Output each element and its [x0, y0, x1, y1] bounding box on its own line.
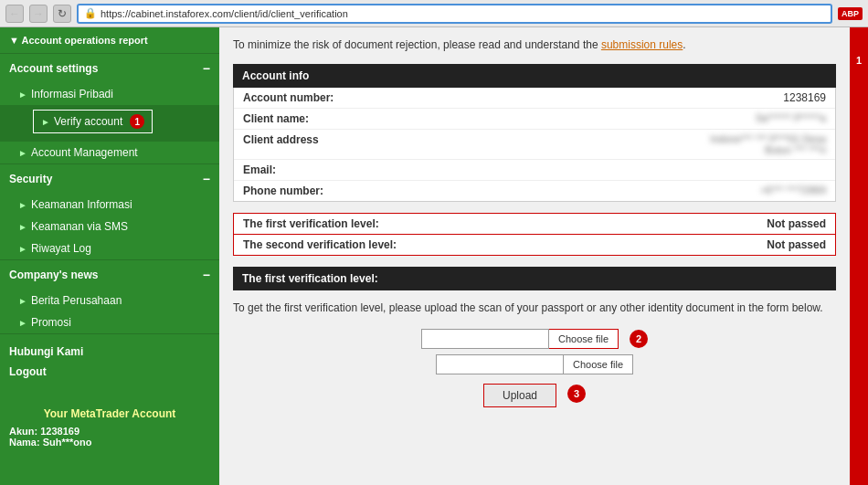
berita-label: Berita Perusahaan: [31, 294, 122, 307]
second-verification-label: The second verification level:: [243, 238, 397, 251]
content-area: To minimize the risk of document rejecti…: [219, 27, 850, 485]
first-verification-value: Not passed: [767, 217, 826, 230]
sidebar-item-informasi-pribadi[interactable]: ► Informasi Pribadi: [0, 83, 219, 105]
back-button[interactable]: ←: [5, 5, 24, 23]
first-choose-file-button[interactable]: Choose file: [549, 329, 619, 349]
meta-trader-section: Your MetaTrader Account Akun: 1238169 Na…: [0, 398, 219, 457]
choose-file-badge: 2: [630, 330, 648, 348]
right-edge-panel: 1: [850, 27, 868, 485]
verification-status-box: The first verification level: Not passed…: [233, 213, 836, 256]
logout-label: Logout: [9, 365, 47, 378]
first-file-input-row: Choose file: [421, 329, 619, 349]
phone-label: Phone number:: [243, 185, 323, 197]
sidebar-header-account-settings[interactable]: Account settings −: [0, 54, 219, 83]
info-row-client-address: Client address Indone*** *** P***01 Desa…: [234, 130, 835, 160]
first-verification-row: The first verification level: Not passed: [234, 214, 835, 235]
sidebar-header-companys-news[interactable]: Company's news −: [0, 260, 219, 290]
sidebar-section-security: Security − ► Keamanan Informasi ► Keaman…: [0, 164, 219, 260]
upload-badge: 3: [567, 385, 586, 403]
collapse-icon-news: −: [203, 268, 210, 282]
upload-button-row: Upload 3: [483, 380, 586, 407]
arrow-icon-promosi: ►: [18, 318, 27, 328]
account-settings-label: Account settings: [9, 62, 98, 75]
account-info-header: Account info: [233, 64, 836, 88]
first-level-title: The first verification level:: [242, 272, 378, 285]
sidebar-item-promosi[interactable]: ► Promosi: [0, 311, 219, 333]
sidebar-item-riwayat-log[interactable]: ► Riwayat Log: [0, 237, 219, 259]
account-management-label: Account Management: [31, 146, 138, 159]
arrow-icon: ►: [18, 90, 27, 100]
upload-button[interactable]: Upload: [483, 384, 556, 407]
info-row-phone: Phone number: +6*** ***72869: [234, 181, 835, 201]
account-info-table: Account number: 1238169 Client name: Sa*…: [233, 88, 836, 202]
info-row-account-number: Account number: 1238169: [234, 88, 835, 109]
informasi-pribadi-label: Informasi Pribadi: [31, 88, 113, 100]
second-file-input-row: Choose file: [436, 354, 633, 374]
sidebar-item-keamanan-informasi[interactable]: ► Keamanan Informasi: [0, 194, 219, 216]
client-name-value: Sa****** P*****a: [756, 112, 826, 125]
keamanan-informasi-label: Keamanan Informasi: [31, 198, 132, 211]
collapse-icon-account-settings: −: [203, 61, 210, 76]
hubungi-kami-item[interactable]: Hubungi Kami: [9, 342, 210, 362]
sidebar-header-security[interactable]: Security −: [0, 164, 219, 194]
meta-akun-row: Akun: 1238169: [9, 426, 210, 437]
verify-account-label: Verify account: [54, 115, 122, 128]
arrow-icon-sms: ►: [18, 222, 27, 232]
client-name-label: Client name:: [243, 112, 309, 125]
sidebar: ▼ Account operations report Account sett…: [0, 27, 219, 485]
security-label: Security: [9, 173, 52, 185]
first-file-text-input[interactable]: [421, 329, 549, 349]
sidebar-section-label: ▼ Account operations report: [9, 35, 148, 46]
sidebar-item-berita[interactable]: ► Berita Perusahaan: [0, 290, 219, 311]
second-file-text-input[interactable]: [436, 354, 564, 374]
lock-icon: 🔒: [84, 7, 97, 19]
arrow-icon-keamanan: ►: [18, 200, 27, 210]
sidebar-section-companys-news: Company's news − ► Berita Perusahaan ► P…: [0, 260, 219, 334]
sidebar-section-account-settings: Account settings − ► Informasi Pribadi ►…: [0, 54, 219, 164]
arrow-icon-berita: ►: [18, 296, 27, 306]
account-number-label: Account number:: [243, 91, 333, 104]
refresh-button[interactable]: ↻: [53, 5, 71, 23]
second-choose-file-button[interactable]: Choose file: [564, 354, 633, 374]
top-notice: To minimize the risk of document rejecti…: [233, 37, 836, 53]
client-address-label: Client address: [243, 133, 319, 155]
client-address-value: Indone*** *** P***01 DesaButun *** ***ri: [710, 133, 826, 155]
notice-text: To minimize the risk of document rejecti…: [233, 38, 598, 51]
account-info-title: Account info: [242, 69, 309, 82]
browser-chrome: ← → ↻ 🔒 https://cabinet.instaforex.com/c…: [0, 0, 868, 27]
forward-button[interactable]: →: [29, 5, 48, 23]
phone-value: +6*** ***72869: [760, 185, 826, 197]
sidebar-item-account-management[interactable]: ► Account Management: [0, 142, 219, 163]
logout-item[interactable]: Logout: [9, 362, 210, 382]
arrow-icon-mgmt: ►: [18, 148, 27, 158]
right-edge-number: 1: [856, 55, 862, 66]
arrow-icon-verify: ►: [41, 117, 50, 127]
first-verification-label: The first verification level:: [243, 217, 379, 230]
akun-value: 1238169: [40, 426, 79, 437]
nama-label: Nama:: [9, 437, 40, 448]
sidebar-item-verify-account[interactable]: ► Verify account 1: [0, 105, 219, 142]
address-bar[interactable]: 🔒 https://cabinet.instaforex.com/client/…: [77, 4, 832, 24]
verify-badge: 1: [130, 114, 144, 129]
collapse-icon-security: −: [203, 172, 210, 186]
file-upload-area: Choose file 2 Choose file Upload 3: [233, 329, 836, 407]
second-file-row: Choose file: [436, 354, 633, 374]
sidebar-item-keamanan-sms[interactable]: ► Keamanan via SMS: [0, 216, 219, 237]
keamanan-sms-label: Keamanan via SMS: [31, 220, 128, 233]
content-wrapper: To minimize the risk of document rejecti…: [233, 37, 836, 407]
verify-box[interactable]: ► Verify account 1: [33, 110, 153, 133]
meta-trader-title: Your MetaTrader Account: [9, 407, 210, 420]
riwayat-log-label: Riwayat Log: [31, 242, 91, 255]
submission-rules-link[interactable]: submission rules: [601, 38, 683, 51]
sidebar-section-account-ops: ▼ Account operations report: [0, 27, 219, 54]
main-layout: ▼ Account operations report Account sett…: [0, 27, 868, 485]
first-file-row: Choose file 2: [421, 329, 648, 349]
adblock-badge: ABP: [838, 7, 863, 20]
meta-nama-row: Nama: Suh***ono: [9, 437, 210, 448]
second-verification-row: The second verification level: Not passe…: [234, 235, 835, 255]
info-row-email: Email:: [234, 160, 835, 181]
account-number-value: 1238169: [783, 91, 826, 104]
sidebar-section-header-account-ops[interactable]: ▼ Account operations report: [0, 27, 219, 53]
info-row-client-name: Client name: Sa****** P*****a: [234, 109, 835, 130]
companys-news-label: Company's news: [9, 269, 99, 281]
